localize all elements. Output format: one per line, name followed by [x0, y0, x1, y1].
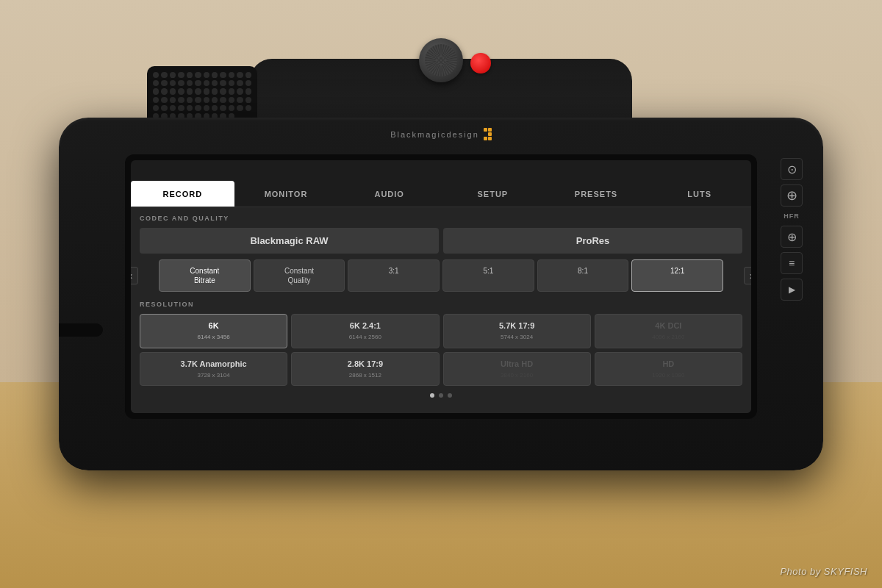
res-37k-pixels: 3728 x 3104: [145, 371, 282, 379]
brand-icon: [484, 128, 492, 140]
res-ultra-hd-name: Ultra HD: [448, 359, 586, 370]
quality-5to1[interactable]: 5:1: [442, 259, 534, 292]
screen-bezel: RECORD MONITOR AUDIO SETUP PRESETS LUTS …: [125, 154, 757, 419]
codec-options: Blackmagic RAW ProRes: [140, 228, 742, 254]
codec-braw[interactable]: Blackmagic RAW: [140, 228, 439, 254]
quality-constant-quality[interactable]: ConstantQuality: [254, 259, 345, 292]
speaker-grille: [147, 66, 257, 125]
res-57k179-name: 5.7K 17:9: [448, 320, 586, 331]
watermark: Photo by SKYFISH: [780, 566, 867, 577]
speaker-dots: [147, 66, 257, 125]
hfr-label: HFR: [784, 212, 800, 220]
quality-options: ConstantBitrate ConstantQuality 3:1 5:1 …: [159, 259, 723, 292]
quality-constant-bitrate[interactable]: ConstantBitrate: [159, 259, 251, 292]
zoom-magnify-button[interactable]: ⊕: [781, 226, 803, 248]
res-6k241-name: 6K 2.4:1: [296, 320, 434, 331]
res-4k-dci-name: 4K DCI: [600, 320, 737, 331]
quality-8to1[interactable]: 8:1: [537, 259, 629, 292]
res-ultra-hd-pixels: 3840 x 2160: [448, 371, 586, 379]
brand-name: Blackmagicdesign: [390, 130, 479, 139]
page-dot-3: [448, 393, 452, 398]
camera-record-button[interactable]: [470, 53, 491, 74]
tab-presets[interactable]: PRESETS: [545, 181, 648, 207]
camera-knob[interactable]: [419, 38, 463, 82]
content-area: CODEC AND QUALITY Blackmagic RAW ProRes …: [131, 207, 751, 413]
quality-section: ‹ ConstantBitrate ConstantQuality 3:1 5:…: [140, 259, 742, 292]
res-6k241-pixels: 6144 x 2560: [296, 333, 434, 341]
codec-section-label: CODEC AND QUALITY: [140, 215, 742, 222]
res-37k-name: 3.7K Anamorphic: [145, 359, 282, 370]
resolution-section-label: RESOLUTION: [140, 301, 742, 308]
res-hd[interactable]: HD 1920 x 1080: [595, 352, 742, 387]
res-6k241[interactable]: 6K 2.4:1 6144 x 2560: [291, 314, 439, 348]
play-button[interactable]: ▶: [781, 279, 803, 301]
res-6k[interactable]: 6K 6144 x 3456: [140, 314, 287, 348]
nav-tabs: RECORD MONITOR AUDIO SETUP PRESETS LUTS: [131, 181, 751, 207]
menu-button[interactable]: ≡: [781, 252, 803, 274]
screen: RECORD MONITOR AUDIO SETUP PRESETS LUTS …: [131, 160, 751, 413]
res-hd-pixels: 1920 x 1080: [600, 371, 737, 379]
quality-prev-button[interactable]: ‹: [131, 267, 138, 284]
brand-logo: Blackmagicdesign: [59, 128, 823, 140]
quality-next-button[interactable]: ›: [744, 267, 751, 284]
side-buttons-panel: ⊙ ⊕ HFR ⊕ ≡ ▶: [781, 158, 803, 301]
tab-luts[interactable]: LUTS: [648, 181, 751, 207]
quality-12to1[interactable]: 12:1: [631, 259, 723, 292]
tab-setup[interactable]: SETUP: [441, 181, 545, 207]
res-28k179-pixels: 2868 x 1512: [296, 371, 434, 379]
focus-button[interactable]: ⊙: [781, 158, 803, 180]
res-37k-anamorphic[interactable]: 3.7K Anamorphic 3728 x 3104: [140, 352, 287, 387]
res-4k-dci[interactable]: 4K DCI 4096 x 2160: [595, 314, 742, 348]
res-57k179[interactable]: 5.7K 17:9 5744 x 3024: [443, 314, 591, 348]
resolution-grid: 6K 6144 x 3456 6K 2.4:1 6144 x 2560 5.7K…: [140, 314, 742, 386]
zoom-add-button[interactable]: ⊕: [781, 184, 803, 207]
res-6k-pixels: 6144 x 3456: [145, 333, 282, 341]
quality-3to1[interactable]: 3:1: [348, 259, 440, 292]
tab-monitor[interactable]: MONITOR: [234, 181, 338, 207]
res-28k179-name: 2.8K 17:9: [296, 359, 434, 370]
res-28k179[interactable]: 2.8K 17:9 2868 x 1512: [291, 352, 439, 387]
res-57k179-pixels: 5744 x 3024: [448, 333, 586, 341]
page-dot-1: [430, 393, 434, 398]
camera-body: Blackmagicdesign RECORD: [59, 118, 823, 470]
codec-prores[interactable]: ProRes: [443, 228, 742, 254]
tab-audio[interactable]: AUDIO: [337, 181, 441, 207]
res-6k-name: 6K: [145, 320, 282, 331]
page-indicator: [140, 393, 742, 398]
res-ultra-hd[interactable]: Ultra HD 3840 x 2160: [443, 352, 591, 387]
res-hd-name: HD: [600, 359, 737, 370]
tab-record[interactable]: RECORD: [131, 181, 234, 207]
cable-connector: [59, 323, 103, 337]
page-dot-2: [439, 393, 443, 398]
scene: Blackmagicdesign RECORD: [0, 0, 882, 588]
res-4k-dci-pixels: 4096 x 2160: [600, 333, 737, 341]
